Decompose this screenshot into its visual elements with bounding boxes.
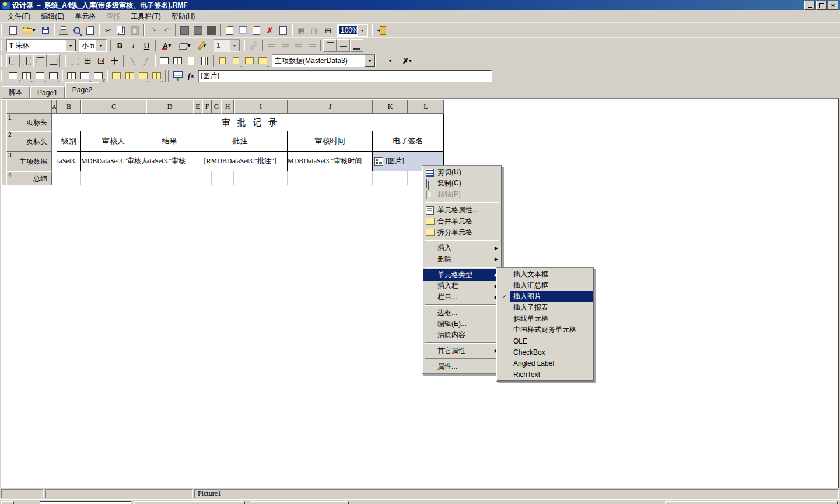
column-header-c[interactable]: C [81, 100, 146, 114]
row-header-4[interactable]: 4 总结 [6, 172, 52, 186]
menu-item-split-cells[interactable]: 拆分单元格 [424, 227, 501, 238]
column-header-b[interactable]: B [57, 100, 81, 114]
submenu-item-insert-summary[interactable]: 插入汇总框 [498, 280, 593, 291]
copy-button[interactable] [115, 24, 128, 37]
menu-item-columns[interactable]: 栏目...▶ [424, 292, 501, 303]
split-window-button[interactable]: ⊞ [321, 24, 335, 37]
fill-color-dropdown-icon[interactable]: ▾ [187, 43, 190, 48]
empty-cell[interactable] [212, 172, 221, 186]
borders-inner-button[interactable]: 十 [108, 54, 121, 67]
borders-all-button[interactable]: 田 [81, 54, 94, 67]
toolbar-grip[interactable] [1, 70, 4, 82]
dataset-combo[interactable]: 主项数据(MasterData3) ▾ [272, 54, 376, 67]
submenu-item-angled-label[interactable]: Angled Label [498, 358, 593, 369]
valign-bottom-button[interactable] [350, 39, 363, 52]
object-button-3[interactable] [205, 24, 218, 37]
diagonal-down-button[interactable]: ╲ [126, 54, 139, 67]
font-color-button[interactable]: A▾ [158, 39, 176, 52]
object-button-2[interactable] [191, 24, 205, 37]
fx-button[interactable]: fx [184, 69, 198, 82]
header-cell-auditor[interactable]: 审核人 [81, 131, 146, 152]
data-cell-comment[interactable]: [RMDBDataSet3."批注"] [193, 152, 288, 172]
report-title-cell[interactable]: 审 批 记 录 [57, 114, 444, 131]
column-header-g[interactable]: G [212, 100, 221, 114]
header-cell-result[interactable]: 结果 [146, 131, 193, 152]
menu-cell[interactable]: 单元格 [69, 10, 101, 23]
design-canvas[interactable]: A B C D E F G H I J K L 1 页标头 2 页标头 3 主项… [1, 98, 839, 489]
taskbar-button[interactable] [250, 501, 349, 504]
taskbar-button[interactable] [134, 501, 245, 504]
border-bottom-button[interactable] [47, 54, 60, 67]
menu-item-other-properties[interactable]: 其它属性▶ [424, 345, 501, 356]
snap-grid-button[interactable]: ▥ [308, 24, 321, 37]
data-cell-auditor[interactable]: MDBDataSet3."审核人 [81, 152, 146, 172]
menu-item-delete[interactable]: 删除▶ [424, 254, 501, 265]
split-vertical-button[interactable] [198, 54, 211, 67]
band-button-1[interactable] [110, 69, 123, 82]
data-grid-button[interactable] [236, 24, 250, 37]
insert-row-below-button[interactable]: ← [20, 69, 33, 82]
empty-cell[interactable] [234, 172, 288, 186]
row-header-1[interactable]: 1 页标头 [6, 114, 52, 131]
insert-report-button[interactable] [223, 24, 236, 37]
submenu-item-richtext[interactable]: RichText [498, 369, 593, 380]
menu-item-insert-band[interactable]: 插入栏▶ [424, 281, 501, 292]
exit-button[interactable] [374, 24, 388, 37]
menu-help[interactable]: 帮助(H) [166, 10, 201, 23]
grid-corner-header[interactable] [6, 100, 52, 114]
insert-col-right-button[interactable]: → [47, 69, 60, 82]
print-button[interactable] [57, 24, 70, 37]
submenu-item-insert-subreport[interactable]: 插入子报表 [498, 302, 593, 313]
font-size-dropdown[interactable]: ▾ [96, 40, 106, 51]
taskbar-button[interactable] [1, 501, 14, 504]
column-header-a[interactable]: A [52, 100, 57, 114]
italic-button[interactable]: I [127, 39, 140, 52]
delete-row-col-button[interactable]: ✗ [92, 69, 105, 82]
diagonal-up-button[interactable]: ╱ [139, 54, 153, 67]
toolbar-grip[interactable] [1, 24, 4, 36]
borders-none-button[interactable] [68, 54, 81, 67]
field-list-button[interactable] [171, 69, 184, 82]
clear-border-button[interactable]: ✗▾ [398, 54, 416, 67]
tab-page2[interactable]: Page2 [65, 82, 100, 98]
add-page-button[interactable] [250, 24, 263, 37]
data-cell-result[interactable]: ataSet3."审核 [146, 152, 193, 172]
object-button-1[interactable] [178, 24, 191, 37]
append-col-button[interactable]: → [78, 69, 92, 82]
row-header-3[interactable]: 3 主项数据 [6, 152, 52, 172]
menu-toolbars[interactable]: 工具栏(T) [125, 10, 166, 23]
empty-cell[interactable] [288, 172, 373, 186]
submenu-item-chinese-finance-cell[interactable]: 中国样式财务单元格 [498, 324, 593, 335]
menu-item-properties[interactable]: 属性... [424, 361, 501, 372]
line-color-button[interactable]: ▾ [194, 39, 212, 52]
tab-page1[interactable]: Page1 [30, 86, 65, 98]
cell-size-button-3[interactable]: ↕ [243, 54, 256, 67]
submenu-item-checkbox[interactable]: CheckBox [498, 346, 593, 358]
restore-button[interactable] [816, 1, 827, 10]
menu-item-clear-content[interactable]: 清除内容 [424, 330, 501, 341]
menu-item-edit[interactable]: 编辑(E)... [424, 318, 501, 330]
data-cell-level[interactable]: taSet3. [57, 152, 81, 172]
zoom-dropdown-button[interactable]: ▾ [357, 24, 368, 36]
delete-page-button[interactable]: ✗ [263, 24, 276, 37]
row-header-2[interactable]: 2 页标头 [6, 131, 52, 152]
valign-middle-button[interactable] [337, 39, 350, 52]
clear-border-dropdown-icon[interactable]: ▾ [409, 58, 412, 64]
bold-button[interactable]: B [113, 39, 127, 52]
empty-cell[interactable] [221, 172, 234, 186]
submenu-item-diagonal-cell[interactable]: 斜线单元格 [498, 313, 593, 324]
toolbar-grip[interactable] [1, 55, 4, 66]
taskbar-button[interactable] [40, 501, 131, 504]
submenu-item-insert-textbox[interactable]: 插入文本框 [498, 269, 593, 280]
menu-edit[interactable]: 编辑(E) [36, 10, 69, 23]
close-button[interactable]: × [828, 1, 838, 10]
column-header-j[interactable]: J [288, 100, 373, 114]
empty-cell[interactable] [373, 172, 408, 186]
dataset-dropdown[interactable]: ▾ [365, 55, 375, 66]
menu-item-cell-type[interactable]: 单元格类型▶ [424, 270, 501, 281]
minimize-button[interactable] [804, 1, 815, 10]
show-grid-button[interactable]: ▦ [295, 24, 308, 37]
empty-cell[interactable] [202, 172, 212, 186]
cell-size-button-1[interactable]: ↕ [216, 54, 229, 67]
border-top-button[interactable] [33, 54, 47, 67]
